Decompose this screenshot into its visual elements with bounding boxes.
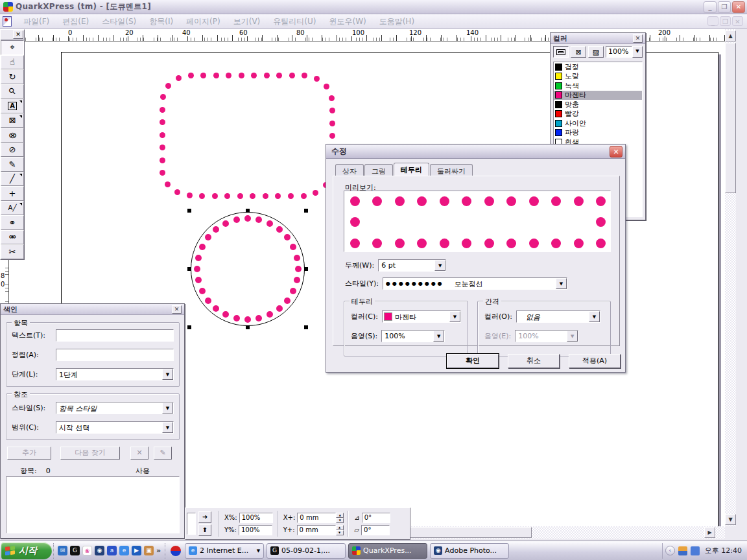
ref-scope-value[interactable]: 시작 선택: [56, 422, 162, 433]
shade-combo[interactable]: 100% ▼: [606, 46, 643, 58]
background-color-mode-button[interactable]: ▨: [588, 46, 604, 58]
ref-scope-combo[interactable]: 시작 선택 ▼: [56, 421, 174, 434]
frame-color-value[interactable]: 마젠타: [392, 311, 449, 322]
menu-utilities[interactable]: 유틸리티(U): [267, 14, 322, 29]
tray-collapse-icon[interactable]: ‹: [665, 546, 675, 555]
color-row-magenta[interactable]: 마젠타: [554, 91, 642, 100]
menu-help[interactable]: 도움말(H): [373, 14, 421, 29]
index-palette-close-icon[interactable]: ✕: [172, 305, 182, 314]
text-path-tool[interactable]: A╱: [1, 201, 24, 216]
gap-color-combo[interactable]: 없음 ▼: [516, 310, 600, 323]
index-palette-titlebar[interactable]: 색인 ✕: [1, 304, 184, 315]
bezier-picture-box-tool[interactable]: ✎: [1, 157, 24, 172]
scroll-right-button[interactable]: ▶: [704, 527, 715, 538]
item-tool[interactable]: ⌖: [1, 40, 24, 55]
y-offset-input[interactable]: 0 mm: [297, 525, 336, 535]
tool-palette-close-icon[interactable]: ✕: [13, 30, 23, 39]
text-box-tool[interactable]: A: [1, 99, 24, 113]
scroll-down-button[interactable]: ▼: [725, 514, 736, 525]
color-row-green[interactable]: 녹색: [554, 81, 642, 91]
ref-style-combo[interactable]: 항목 스타일 ▼: [56, 402, 174, 414]
y-offset-stepper[interactable]: ▲▼: [336, 525, 344, 535]
task-internet-explorer[interactable]: e 2 Internet E... ▼: [185, 543, 264, 559]
delete-icon[interactable]: ✕: [130, 447, 148, 460]
color-row-registration[interactable]: 맞춤: [554, 100, 642, 110]
color-row-red[interactable]: 빨강: [554, 110, 642, 119]
document-icon[interactable]: [3, 16, 12, 27]
close-button[interactable]: ✕: [732, 1, 745, 13]
modify-dialog-titlebar[interactable]: 수정 ✕: [326, 145, 625, 159]
entry-level-value[interactable]: 1단계: [56, 369, 162, 380]
rounded-picture-box-tool[interactable]: ⊗: [1, 128, 24, 143]
frame-shade-combo[interactable]: 100% ▼: [381, 330, 445, 342]
colors-palette-titlebar[interactable]: 컬러 ✕: [551, 33, 645, 44]
restore-button[interactable]: ❐: [718, 1, 731, 13]
rotation-input[interactable]: 0°: [362, 513, 390, 523]
linking-tool[interactable]: ⚭: [1, 215, 24, 230]
doc-minimize-button[interactable]: _: [707, 16, 718, 26]
menu-item[interactable]: 항목(I): [143, 14, 180, 29]
menu-window[interactable]: 윈도우(W): [322, 14, 372, 29]
y-scale-input[interactable]: 100%: [239, 525, 272, 535]
shade-value[interactable]: 100%: [606, 46, 632, 58]
minimize-button[interactable]: _: [704, 1, 717, 13]
color-row-cyan[interactable]: 사이안: [554, 119, 642, 128]
menu-view[interactable]: 보기(V): [227, 14, 267, 29]
chevron-down-icon[interactable]: ▼: [162, 422, 173, 433]
acdsee-icon[interactable]: G: [70, 546, 80, 555]
oval-picture-box-tool[interactable]: ⊘: [1, 143, 24, 158]
start-button[interactable]: 시작: [1, 542, 52, 559]
doc-close-button[interactable]: ✕: [732, 16, 743, 26]
scroll-up-button[interactable]: ▲: [725, 30, 736, 41]
messenger-icon[interactable]: ✉: [58, 546, 67, 555]
chevron-down-icon[interactable]: ▼: [162, 369, 173, 380]
frame-shade-value[interactable]: 100%: [382, 331, 433, 342]
line-tool[interactable]: ╱: [1, 172, 24, 187]
chevron-down-icon[interactable]: ▼: [162, 402, 173, 414]
index-entry-list[interactable]: [6, 476, 180, 533]
task-folder[interactable]: G 05-09-02-1,...: [267, 543, 346, 559]
flip-vertical-button[interactable]: ⬆: [198, 524, 211, 536]
add-button[interactable]: 추가: [7, 447, 51, 460]
content-tool[interactable]: ☝: [1, 55, 24, 70]
skew-input[interactable]: 0°: [361, 525, 390, 535]
x-offset-stepper[interactable]: ▲▼: [336, 513, 344, 523]
menu-style[interactable]: 스타일(S): [95, 14, 143, 29]
vertical-scrollbar[interactable]: ▲ ▼: [725, 29, 736, 526]
style-value[interactable]: 모눈점선: [447, 278, 556, 289]
apply-button[interactable]: 적용(A): [569, 354, 621, 368]
chevron-down-icon[interactable]: ▼: [434, 260, 445, 271]
rotation-tool[interactable]: ↻: [1, 69, 24, 84]
unlinking-tool[interactable]: ⚮: [1, 230, 24, 245]
network-tray-icon[interactable]: [691, 546, 700, 555]
vertical-scroll-thumb[interactable]: [725, 43, 736, 193]
menu-edit[interactable]: 편집(E): [56, 14, 95, 29]
chevron-down-icon[interactable]: ▼: [433, 331, 444, 342]
find-next-button[interactable]: 다음 찾기: [60, 447, 120, 460]
chevron-down-icon[interactable]: ▼: [632, 46, 643, 58]
modify-dialog-close-icon[interactable]: ✕: [610, 146, 622, 158]
x-scale-input[interactable]: 100%: [239, 513, 273, 523]
gap-color-value[interactable]: 없음: [517, 311, 589, 322]
flip-horizontal-button[interactable]: ➜: [198, 511, 211, 523]
color-row-yellow[interactable]: 노랑: [554, 72, 642, 82]
chevron-down-icon[interactable]: ▼: [589, 311, 600, 322]
ref-style-value[interactable]: 항목 스타일: [56, 402, 162, 414]
width-value[interactable]: 6 pt: [379, 260, 434, 271]
orthogonal-line-tool[interactable]: +: [1, 186, 24, 201]
task-photoshop[interactable]: ◉ Adobe Photo...: [430, 543, 509, 559]
quick-launch-overflow-icon[interactable]: »: [156, 546, 161, 555]
color-row-blue[interactable]: 파랑: [554, 128, 642, 138]
style-combo[interactable]: ●●●●●●●●● 모눈점선 ▼: [383, 277, 567, 290]
x-offset-input[interactable]: 0 mm: [297, 513, 336, 523]
ahnlab-icon[interactable]: a: [107, 546, 117, 555]
doc-restore-button[interactable]: ❐: [720, 16, 731, 26]
ime-korean-icon[interactable]: [171, 546, 181, 556]
menu-page[interactable]: 페이지(P): [180, 14, 227, 29]
width-combo[interactable]: 6 pt ▼: [378, 259, 446, 272]
chevron-down-icon[interactable]: ▼: [257, 548, 260, 554]
colors-palette-close-icon[interactable]: ✕: [633, 34, 643, 43]
internet-explorer-icon[interactable]: e: [119, 546, 129, 555]
zoom-tool[interactable]: ⚲: [1, 84, 24, 99]
frame-color-mode-button[interactable]: [553, 46, 569, 58]
